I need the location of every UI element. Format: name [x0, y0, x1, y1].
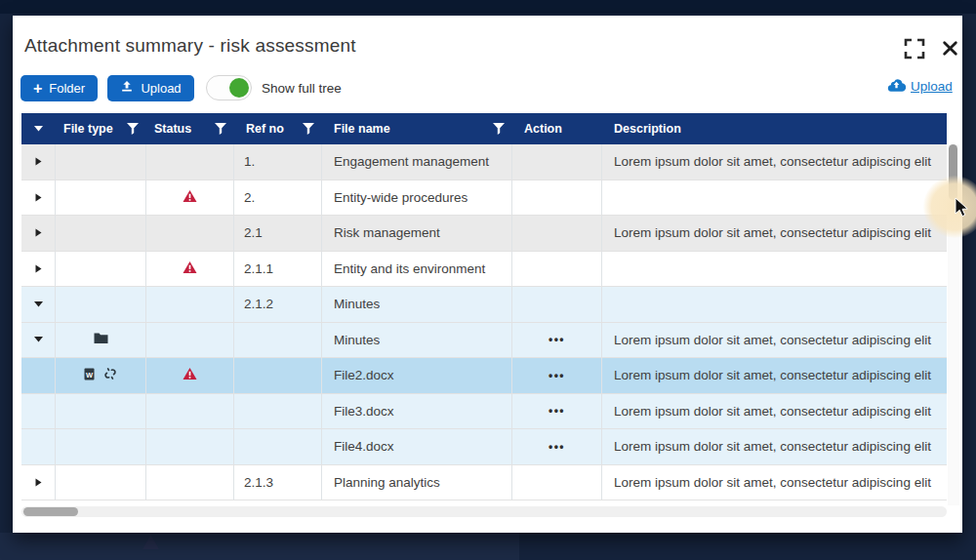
header-file-name[interactable]: File name [322, 113, 512, 144]
chevron-right-icon[interactable] [35, 478, 42, 487]
file-type-cell [56, 287, 146, 322]
filter-icon[interactable] [493, 123, 505, 135]
chevron-down-icon[interactable] [34, 301, 43, 307]
file-name-cell[interactable]: File3.docx [322, 394, 512, 429]
word-doc-icon: W [84, 368, 95, 383]
file-type-cell [56, 429, 146, 464]
status-cell [146, 323, 234, 358]
table-row[interactable]: 2.Entity-wide procedures [21, 180, 947, 217]
row-actions-menu[interactable]: ••• [549, 369, 565, 382]
upload-link[interactable]: Upload [887, 77, 953, 96]
horizontal-scrollbar[interactable] [21, 506, 947, 517]
ref-no-cell [234, 323, 322, 358]
expand-toggle-cell[interactable] [21, 144, 56, 180]
action-cell[interactable]: ••• [512, 394, 602, 429]
upload-button[interactable]: Upload [107, 75, 194, 101]
status-cell [146, 287, 234, 322]
table-row[interactable]: 2.1.3Planning analyticsLorem ipsum dolor… [21, 465, 947, 501]
plus-icon: + [33, 81, 42, 97]
chevron-right-icon[interactable] [35, 228, 42, 237]
expand-toggle-cell[interactable] [21, 287, 56, 322]
file-name-cell[interactable]: File4.docx [322, 429, 512, 464]
table-row[interactable]: 1.Engagement managementLorem ipsum dolor… [21, 144, 947, 180]
table-row[interactable]: File4.docx•••Lorem ipsum dolor sit amet,… [21, 429, 947, 465]
file-type-cell: W [56, 358, 146, 393]
filter-icon[interactable] [215, 123, 226, 135]
background-page-remnant [0, 533, 519, 560]
row-actions-menu[interactable]: ••• [549, 440, 565, 454]
add-folder-label: Folder [49, 81, 85, 96]
chevron-down-icon[interactable] [34, 337, 43, 342]
window-top-strip [0, 0, 976, 14]
ref-no-cell: 2.1.3 [234, 465, 322, 500]
header-file-type[interactable]: File type [56, 113, 146, 144]
header-status[interactable]: Status [146, 113, 234, 144]
file-name-cell[interactable]: Planning analytics [322, 465, 512, 500]
close-button[interactable] [940, 40, 959, 60]
header-label: Action [524, 122, 562, 136]
table-row[interactable]: 2.1Risk managementLorem ipsum dolor sit … [21, 216, 947, 252]
table-row[interactable]: 2.1.1Entity and its environment [21, 252, 947, 288]
status-cell [146, 252, 234, 287]
status-cell [146, 394, 234, 429]
table-row[interactable]: 2.1.2Minutes [21, 287, 947, 323]
chevron-right-icon[interactable] [35, 157, 42, 166]
vertical-scrollbar[interactable] [948, 144, 959, 505]
expand-toggle-cell [21, 358, 56, 393]
file-name-cell[interactable]: Entity and its environment [322, 252, 512, 287]
action-cell[interactable]: ••• [512, 429, 602, 464]
expand-toggle-cell[interactable] [21, 252, 56, 287]
chevron-right-icon[interactable] [35, 193, 42, 202]
file-name-cell[interactable]: Minutes [322, 323, 512, 358]
table-row[interactable]: Minutes•••Lorem ipsum dolor sit amet, co… [21, 323, 947, 359]
vertical-scrollbar-thumb[interactable] [949, 144, 957, 200]
header-expand-column[interactable] [21, 113, 56, 144]
filter-icon[interactable] [127, 123, 139, 135]
upload-button-label: Upload [141, 81, 181, 96]
header-description[interactable]: Description [602, 113, 947, 144]
row-actions-menu[interactable]: ••• [549, 404, 565, 418]
ref-no-cell [234, 394, 322, 429]
ref-no-cell [234, 429, 322, 464]
header-ref-no[interactable]: Ref no [234, 113, 322, 144]
expand-toggle-cell[interactable] [21, 323, 56, 358]
description-cell: Lorem ipsum dolor sit amet, consectetur … [602, 144, 947, 180]
broken-link-icon [103, 367, 117, 383]
warning-icon [183, 367, 197, 383]
cloud-upload-icon [887, 77, 906, 96]
file-name-cell[interactable]: Minutes [322, 287, 512, 322]
ref-no-cell: 1. [234, 144, 322, 180]
fullscreen-button[interactable] [903, 38, 926, 61]
table-row[interactable]: File3.docx•••Lorem ipsum dolor sit amet,… [21, 394, 947, 430]
action-cell[interactable]: ••• [512, 323, 602, 358]
status-cell [146, 429, 234, 464]
table-header-row: File type Status Ref no [21, 113, 947, 144]
status-cell [146, 465, 234, 500]
action-cell[interactable]: ••• [512, 358, 602, 393]
file-type-cell [56, 323, 146, 358]
description-cell [602, 287, 947, 322]
expand-toggle-cell[interactable] [21, 465, 56, 500]
chevron-right-icon[interactable] [35, 264, 42, 273]
warning-icon [183, 189, 197, 206]
description-cell [602, 180, 947, 216]
show-full-tree-toggle[interactable] [206, 75, 252, 100]
row-actions-menu[interactable]: ••• [549, 333, 565, 346]
screen: Attachment summary - risk assessment + F… [0, 0, 976, 560]
file-name-cell[interactable]: Risk management [322, 216, 512, 251]
add-folder-button[interactable]: + Folder [20, 75, 98, 101]
table-row[interactable]: WFile2.docx•••Lorem ipsum dolor sit amet… [21, 358, 947, 394]
file-name-cell[interactable]: Engagement management [322, 144, 512, 180]
filter-icon[interactable] [303, 123, 314, 135]
expand-toggle-cell[interactable] [21, 216, 56, 251]
header-action[interactable]: Action [512, 113, 602, 144]
file-name-cell[interactable]: Entity-wide procedures [322, 180, 512, 216]
attachment-summary-dialog: Attachment summary - risk assessment + F… [13, 16, 962, 533]
expand-toggle-cell[interactable] [21, 180, 56, 216]
action-cell [512, 144, 602, 180]
file-type-cell [56, 216, 146, 251]
toggle-knob [229, 78, 249, 98]
svg-text:W: W [86, 370, 94, 379]
horizontal-scrollbar-thumb[interactable] [23, 507, 78, 516]
file-name-cell[interactable]: File2.docx [322, 358, 512, 393]
